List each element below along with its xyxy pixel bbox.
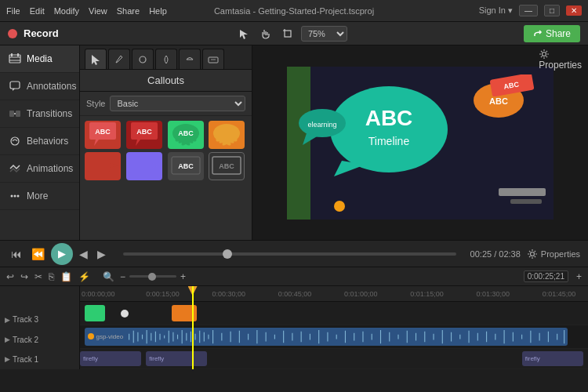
callouts-panel: Callouts Style Basic Advanced ABC ABC AB… — [80, 45, 252, 240]
svg-rect-30 — [129, 158, 151, 172]
animations-label: Animations — [27, 163, 73, 174]
minimize-button[interactable]: — — [519, 5, 538, 16]
playhead-slider[interactable] — [123, 252, 456, 256]
svg-text:elearning: elearning — [307, 121, 336, 129]
media-label: Media — [27, 53, 53, 64]
track-clip[interactable] — [85, 305, 105, 321]
svg-point-16 — [14, 195, 16, 198]
prev-frame-button[interactable]: ◀ — [76, 246, 91, 262]
style-select[interactable]: Basic Advanced — [110, 96, 245, 111]
track2-row: gsp-video — [80, 325, 588, 349]
ruler-mark: 0:00:00;00 — [82, 290, 115, 298]
properties-toggle[interactable]: Properties — [539, 49, 582, 71]
callouts-title: Callouts — [80, 70, 252, 92]
record-bar: Record 75% 50% 100% Share — [0, 22, 588, 45]
tab-drop[interactable] — [155, 49, 177, 69]
tab-keyboard[interactable] — [202, 49, 224, 69]
ruler-mark: 0:00:45;00 — [278, 290, 312, 298]
transition-icon — [8, 107, 22, 121]
track2-clip[interactable]: gsp-video — [85, 328, 568, 346]
menu-help[interactable]: Help — [149, 6, 167, 16]
sidebar-item-media[interactable]: Media — [0, 45, 79, 73]
track2-label-text: gsp-video — [96, 333, 123, 340]
hand-tool[interactable] — [257, 25, 274, 42]
svg-point-47 — [543, 53, 546, 56]
ruler-mark: 0:01:00;00 — [344, 290, 378, 298]
callout-item[interactable]: ABC — [126, 121, 162, 149]
svg-point-14 — [11, 137, 19, 145]
callout-item[interactable]: ABC — [168, 152, 204, 180]
callout-item[interactable]: ABC — [209, 152, 245, 180]
tab-pen[interactable] — [108, 49, 130, 69]
cut-button[interactable]: ✂ — [33, 270, 44, 284]
callout-item[interactable] — [209, 121, 245, 149]
track2-label: ▶ Track 2 — [5, 334, 74, 346]
timeline-toolbar: ↩ ↪ ✂ ⎘ 📋 ⚡ 🔍 − + 0:00:25;21 + — [0, 267, 588, 286]
track1-clip-1[interactable]: firefly — [80, 351, 141, 366]
menu-modify[interactable]: Modify — [54, 6, 79, 16]
track1-clip-3[interactable]: firefly — [522, 351, 583, 366]
svg-text:ABC: ABC — [178, 162, 194, 170]
zoom-select[interactable]: 75% 50% 100% — [301, 26, 347, 42]
callout-item[interactable] — [126, 152, 162, 180]
svg-rect-28 — [88, 158, 110, 172]
callout-item[interactable]: ABC — [168, 121, 204, 149]
track1-label: ▶ Track 1 — [5, 354, 74, 365]
menu-edit[interactable]: Edit — [30, 6, 45, 16]
zoom-slider[interactable] — [129, 275, 176, 278]
top-menu-bar: File Edit Modify View Share Help Camtasi… — [0, 0, 588, 22]
record-dot — [8, 29, 17, 38]
properties-gear-button[interactable]: Properties — [527, 249, 580, 260]
zoom-out-button[interactable]: 🔍 — [101, 270, 116, 284]
sidebar-item-more[interactable]: More — [0, 183, 79, 210]
svg-rect-1 — [285, 31, 291, 37]
undo-button[interactable]: ↩ — [5, 270, 16, 284]
close-button[interactable]: ✕ — [566, 5, 582, 16]
svg-point-15 — [11, 195, 13, 198]
rewind-button[interactable]: ⏮ — [8, 246, 25, 262]
next-frame-button[interactable]: ▶ — [94, 246, 109, 262]
share-button[interactable]: Share — [524, 25, 580, 42]
tab-circle[interactable] — [132, 49, 154, 69]
callout-item[interactable]: ABC — [85, 121, 121, 149]
sidebar-item-transitions[interactable]: Transitions — [0, 100, 79, 128]
zoom-in-button[interactable]: − — [118, 270, 127, 284]
paste-button[interactable]: 📋 — [59, 270, 74, 284]
crop-tool[interactable] — [279, 25, 296, 42]
tab-cursor[interactable] — [85, 49, 107, 69]
properties-label: Properties — [539, 60, 582, 71]
sidebar-item-annotations[interactable]: Annotations — [0, 73, 79, 100]
track-clip[interactable] — [172, 305, 197, 321]
svg-text:ABC: ABC — [95, 128, 111, 136]
window-title: Camtasia - Getting-Started-Project.tscpr… — [214, 6, 374, 16]
sidebar-item-behaviors[interactable]: Behaviors — [0, 128, 79, 155]
split-button[interactable]: ⚡ — [77, 270, 92, 284]
cursor-tool[interactable] — [235, 25, 252, 42]
signin-button[interactable]: Sign In ▾ — [479, 5, 513, 16]
track1-clip-2[interactable]: firefly — [146, 351, 207, 366]
maximize-button[interactable]: □ — [544, 5, 560, 16]
more-icon — [8, 189, 22, 203]
record-left: Record — [8, 27, 59, 39]
play-transport: ⏮ ⏪ ▶ ◀ ▶ — [8, 243, 109, 265]
menu-share[interactable]: Share — [117, 6, 140, 16]
redo-button[interactable]: ↪ — [19, 270, 30, 284]
menu-view[interactable]: View — [89, 6, 107, 16]
tab-connect[interactable] — [179, 49, 201, 69]
sidebar: Media Annotations Transitions Behaviors … — [0, 45, 80, 240]
add-track-button[interactable]: + — [575, 270, 583, 284]
step-back-button[interactable]: ⏪ — [28, 246, 48, 262]
svg-point-17 — [17, 195, 20, 198]
ruler-mark: 0:01:15;00 — [410, 290, 444, 298]
zoom-plus-button[interactable]: + — [179, 270, 187, 284]
svg-marker-10 — [13, 89, 15, 91]
copy-button[interactable]: ⎘ — [47, 270, 56, 284]
zoom-controls: 🔍 − + — [101, 270, 187, 284]
sidebar-item-animations[interactable]: Animations — [0, 155, 79, 183]
menu-file[interactable]: File — [6, 6, 20, 16]
toolbar-center: 75% 50% 100% — [235, 25, 347, 42]
callout-item[interactable] — [85, 152, 121, 180]
topbar-right: Sign In ▾ — □ ✕ — [479, 5, 582, 16]
svg-marker-31 — [151, 163, 161, 168]
play-button[interactable]: ▶ — [51, 243, 73, 265]
